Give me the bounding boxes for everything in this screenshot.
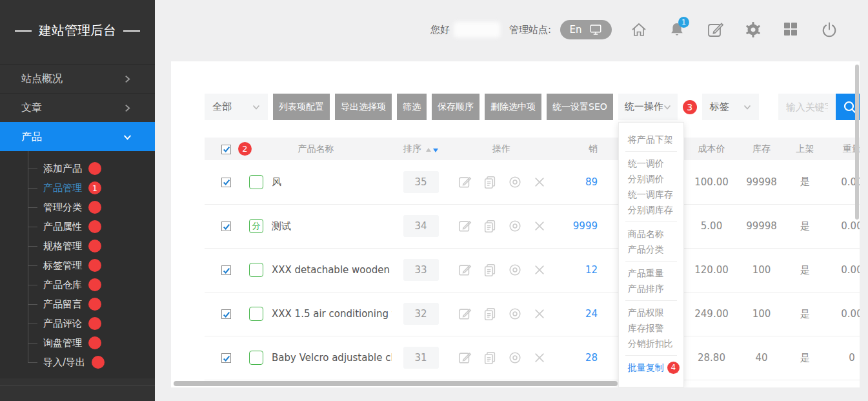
dropdown-item[interactable]: 商品名称 bbox=[625, 226, 677, 242]
copy-icon[interactable] bbox=[483, 175, 497, 189]
stock-cell: 100 bbox=[739, 292, 784, 336]
copy-icon[interactable] bbox=[483, 351, 497, 365]
sidebar-submenu-item[interactable]: 产品评论 bbox=[0, 314, 155, 333]
toolbar-button[interactable]: 删除选中项 bbox=[485, 94, 541, 120]
sidebar-submenu-item[interactable]: 添加产品 bbox=[0, 159, 155, 178]
dropdown-item[interactable]: 产品重量 bbox=[625, 265, 677, 281]
table-row: XXX detachable wooden chairs 33 12 00 12… bbox=[205, 248, 860, 292]
dropdown-item[interactable]: 分别调价 bbox=[625, 171, 677, 187]
dropdown-item[interactable]: 统一调价 bbox=[625, 156, 677, 171]
language-switcher[interactable]: En bbox=[560, 20, 612, 39]
edit-icon[interactable] bbox=[458, 351, 472, 365]
sidebar-submenu-item[interactable]: 标签管理 bbox=[0, 256, 155, 275]
sales-count-link[interactable]: 9999 bbox=[573, 220, 598, 232]
dropdown-group: 商品名称 产品分类 bbox=[625, 221, 677, 261]
column-header-cost[interactable]: 成本价 bbox=[684, 138, 739, 160]
dropdown-item[interactable]: 产品排序 bbox=[625, 281, 677, 296]
sort-order-input[interactable]: 33 bbox=[403, 259, 439, 281]
row-checkbox[interactable] bbox=[221, 265, 231, 275]
copy-icon[interactable] bbox=[483, 219, 497, 233]
edit-icon[interactable] bbox=[458, 307, 472, 321]
column-header-name[interactable]: 产品名称 bbox=[240, 138, 392, 160]
sidebar-submenu-item[interactable]: 询盘管理 bbox=[0, 333, 155, 353]
sales-count-link[interactable]: 12 bbox=[585, 264, 598, 276]
sidebar-submenu-item[interactable]: 产品留言 bbox=[0, 294, 155, 314]
settings-gear-icon[interactable] bbox=[744, 21, 762, 39]
column-header-listed[interactable]: 上架 bbox=[784, 138, 826, 160]
row-checkbox[interactable] bbox=[221, 353, 231, 363]
dropdown-group: 产品重量 产品排序 bbox=[625, 261, 677, 300]
apps-grid-icon[interactable] bbox=[782, 21, 800, 39]
sidebar-submenu-item[interactable]: 产品属性 bbox=[0, 217, 155, 236]
preview-icon[interactable] bbox=[508, 307, 522, 321]
preview-icon[interactable] bbox=[508, 263, 522, 277]
delete-icon[interactable] bbox=[533, 351, 546, 364]
home-icon[interactable] bbox=[630, 21, 648, 39]
product-name: 测试 bbox=[272, 220, 291, 232]
sales-count-link[interactable]: 24 bbox=[585, 308, 598, 320]
sales-count-link[interactable]: 28 bbox=[585, 352, 598, 364]
dropdown-item[interactable]: 产品权限 bbox=[625, 305, 677, 320]
dropdown-item[interactable]: 统一调库存 bbox=[625, 187, 677, 202]
greeting-text: 您好 bbox=[430, 24, 450, 36]
sidebar-submenu-item[interactable]: 产品管理 1 bbox=[0, 178, 155, 198]
toolbar-button[interactable]: 统一设置SEO bbox=[547, 94, 613, 120]
row-checkbox[interactable] bbox=[221, 309, 231, 319]
sort-order-input[interactable]: 32 bbox=[403, 303, 439, 325]
row-checkbox[interactable] bbox=[221, 178, 231, 187]
edit-icon[interactable] bbox=[458, 219, 472, 233]
column-header-stock[interactable]: 库存 bbox=[739, 138, 784, 160]
sort-asc-icon[interactable] bbox=[426, 148, 431, 152]
sidebar-menu-item[interactable]: 文章 bbox=[0, 93, 155, 122]
sort-order-input[interactable]: 34 bbox=[403, 215, 439, 237]
delete-icon[interactable] bbox=[533, 307, 546, 320]
search-input[interactable] bbox=[778, 94, 836, 120]
step-badge: 2 bbox=[238, 142, 252, 156]
sort-order-input[interactable]: 35 bbox=[403, 171, 439, 193]
column-header-sales[interactable]: 销 bbox=[553, 138, 608, 160]
sidebar-submenu-item[interactable]: 产品仓库 bbox=[0, 275, 155, 294]
notifications-bell-icon[interactable]: 1 bbox=[668, 21, 686, 39]
sidebar-submenu-label: 产品属性 bbox=[43, 221, 82, 233]
compose-icon[interactable] bbox=[706, 21, 724, 39]
dropdown-item[interactable]: 库存报警 bbox=[625, 320, 677, 336]
sort-order-input[interactable]: 31 bbox=[403, 347, 439, 369]
select-all-checkbox[interactable] bbox=[221, 145, 231, 154]
preview-icon[interactable] bbox=[508, 351, 522, 365]
delete-icon[interactable] bbox=[533, 176, 546, 189]
sidebar-menu-item[interactable]: 站点概况 bbox=[0, 64, 155, 93]
preview-icon[interactable] bbox=[508, 175, 522, 189]
sidebar-menu-item[interactable]: 产品 bbox=[0, 122, 155, 151]
sidebar-submenu-item[interactable]: 管理分类 bbox=[0, 198, 155, 217]
sidebar-submenu-item[interactable]: 规格管理 bbox=[0, 236, 155, 256]
batch-operations-dropdown-trigger[interactable]: 统一操作 将产品下架 统一调价 分别调价 统一调库存 分别调库存 商品名称 产品… bbox=[618, 94, 678, 120]
dropdown-item[interactable]: 分销折扣比 bbox=[625, 336, 677, 351]
toolbar-button[interactable]: 导出选择项 bbox=[335, 94, 392, 120]
step-badge: 1 bbox=[88, 181, 101, 194]
vertical-scrollbar[interactable] bbox=[855, 65, 859, 220]
dropdown-item[interactable]: 产品分类 bbox=[625, 242, 677, 257]
horizontal-scrollbar[interactable] bbox=[174, 381, 618, 386]
logout-power-icon[interactable] bbox=[820, 21, 838, 39]
delete-icon[interactable] bbox=[533, 220, 546, 232]
sidebar-submenu-item[interactable]: 导入/导出 bbox=[0, 353, 155, 372]
dropdown-item[interactable]: 将产品下架 bbox=[625, 132, 677, 147]
delete-icon[interactable] bbox=[533, 263, 546, 276]
preview-icon[interactable] bbox=[508, 219, 522, 233]
toolbar-button[interactable]: 筛选 bbox=[397, 94, 427, 120]
sort-desc-icon[interactable] bbox=[433, 149, 438, 152]
dropdown-item-label: 商品名称 bbox=[628, 226, 664, 242]
sales-count-link[interactable]: 89 bbox=[585, 176, 598, 188]
tag-filter-select[interactable]: 标签 bbox=[702, 94, 759, 120]
copy-icon[interactable] bbox=[483, 263, 497, 277]
edit-icon[interactable] bbox=[458, 263, 472, 277]
toolbar-button[interactable]: 保存顺序 bbox=[432, 94, 479, 120]
toolbar-button[interactable]: 列表项配置 bbox=[273, 94, 330, 120]
edit-icon[interactable] bbox=[458, 175, 472, 189]
category-filter-select[interactable]: 全部 bbox=[205, 94, 268, 120]
column-header-sort[interactable]: 排序 bbox=[392, 138, 450, 160]
row-checkbox[interactable] bbox=[221, 221, 231, 231]
copy-icon[interactable] bbox=[483, 307, 497, 321]
dropdown-item[interactable]: 分别调库存 bbox=[625, 202, 677, 218]
dropdown-item[interactable]: 批量复制 4 bbox=[625, 360, 677, 375]
